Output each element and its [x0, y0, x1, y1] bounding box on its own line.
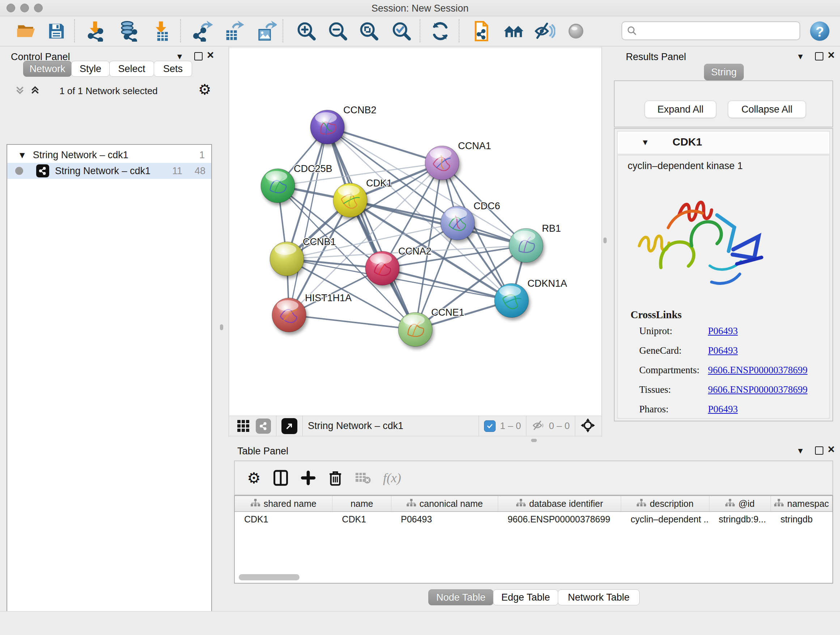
table-row[interactable]: CDK1CDK1P064939606.ENSP00000378699cyclin…	[235, 512, 832, 526]
network-row[interactable]: String Network – cdk1 11 48	[7, 163, 211, 179]
right-splitter[interactable]	[602, 47, 602, 437]
network-node-HIST1H1A[interactable]	[272, 298, 306, 332]
network-node-CCNE1[interactable]	[398, 312, 432, 347]
column-header-canonical-name[interactable]: canonical name	[392, 496, 498, 511]
search-input[interactable]	[641, 25, 799, 37]
close-panel-icon[interactable]: ×	[828, 51, 835, 59]
edge-count: 48	[195, 165, 205, 177]
hidden-count: 0 – 0	[549, 420, 570, 432]
network-node-CCNB1[interactable]	[270, 242, 304, 276]
column-header-description[interactable]: description	[621, 496, 709, 511]
export-image-button[interactable]	[256, 20, 277, 42]
function-builder-button: f(x)	[383, 470, 401, 486]
crosslinks-title: CrossLinks	[630, 309, 682, 321]
collapse-panel-icon[interactable]: ▼	[798, 53, 803, 60]
detach-view-icon[interactable]	[281, 418, 297, 434]
crosslink-value-link[interactable]: P06493	[708, 345, 738, 356]
crosslink-value-link[interactable]: 9606.ENSP00000378699	[708, 364, 807, 376]
tab-edge-table[interactable]: Edge Table	[493, 589, 558, 605]
column-header-name[interactable]: name	[332, 496, 392, 511]
tab-network[interactable]: Network	[23, 61, 72, 77]
hidden-nodes-icon[interactable]	[531, 420, 545, 432]
birds-eye-view-icon[interactable]	[580, 418, 595, 434]
network-status-dot-icon	[15, 167, 23, 175]
collapse-all-button[interactable]: Collapse All	[728, 101, 806, 118]
column-header--id[interactable]: @id	[709, 496, 771, 511]
network-options-gear-icon[interactable]: ⚙	[198, 81, 211, 98]
string-home-button[interactable]	[503, 20, 524, 42]
crosslink-value-link[interactable]: P06493	[708, 404, 738, 415]
close-panel-icon[interactable]: ×	[828, 446, 835, 453]
show-columns-icon[interactable]	[273, 470, 288, 486]
float-panel-icon[interactable]	[815, 447, 823, 455]
crosslink-value-link[interactable]: P06493	[708, 325, 738, 337]
horizontal-splitter-handle[interactable]	[531, 439, 537, 442]
show-results-button[interactable]	[565, 20, 587, 42]
tab-style[interactable]: Style	[71, 61, 110, 77]
network-canvas[interactable]: CCNB2CCNA1CDC25BCDK1CDC6RB1CCNB1CCNA2CDK…	[229, 48, 601, 416]
import-table-button[interactable]	[150, 20, 172, 42]
crosslink-label: Tissues:	[639, 384, 708, 395]
tab-sets[interactable]: Sets	[154, 61, 192, 77]
tab-network-table[interactable]: Network Table	[558, 589, 639, 605]
table-options-gear-icon[interactable]: ⚙	[247, 469, 261, 487]
column-header-shared-name[interactable]: shared name	[235, 496, 332, 511]
network-selected-status: 1 of 1 Network selected	[0, 86, 217, 97]
tab-string[interactable]: String	[704, 64, 744, 80]
zoom-out-button[interactable]	[327, 20, 349, 42]
collapse-panel-icon[interactable]: ▼	[177, 53, 182, 60]
import-network-database-button[interactable]	[117, 20, 139, 42]
selected-nodes-checkbox[interactable]	[484, 420, 496, 432]
network-view[interactable]: CCNB2CCNA1CDC25BCDK1CDC6RB1CCNB1CCNA2CDK…	[229, 48, 601, 416]
collapse-panel-icon[interactable]: ▼	[798, 447, 803, 454]
results-gene-box: ▼ CDK1 cyclin–dependent kinase 1	[614, 128, 833, 421]
export-network-button[interactable]	[193, 20, 214, 42]
export-table-button[interactable]	[224, 20, 245, 42]
column-header-label: namespac	[787, 499, 829, 509]
import-network-file-button[interactable]	[85, 20, 106, 42]
node-table[interactable]: shared namenamecanonical namedatabase id…	[234, 495, 833, 584]
network-node-RB1[interactable]	[509, 228, 543, 263]
help-button[interactable]: ?	[809, 20, 831, 42]
network-node-CCNA2[interactable]	[365, 251, 399, 285]
network-edge-hist1h1a-ccne1[interactable]	[289, 315, 415, 329]
network-node-CCNB2[interactable]	[310, 110, 344, 144]
network-node-CCNA1[interactable]	[425, 146, 459, 180]
zoom-fit-button[interactable]	[358, 20, 380, 42]
grid-view-icon[interactable]	[237, 420, 249, 432]
string-view-icon[interactable]	[256, 418, 271, 434]
expand-all-button[interactable]: Expand All	[645, 101, 716, 118]
tab-select[interactable]: Select	[109, 61, 154, 77]
tree-expand-icon[interactable]: ▼	[19, 151, 25, 159]
gene-collapse-icon[interactable]: ▼	[643, 139, 647, 146]
network-collection-row[interactable]: ▼ String Network – cdk1 1	[7, 147, 211, 163]
delete-column-icon[interactable]	[328, 470, 343, 486]
table-horizontal-scrollbar[interactable]	[239, 574, 300, 580]
zoom-selected-button[interactable]	[391, 20, 412, 42]
float-panel-icon[interactable]	[194, 52, 202, 60]
network-node-CDC6[interactable]	[441, 206, 475, 240]
crosslink-row: GeneCard:P06493	[639, 345, 824, 356]
clone-network-button[interactable]	[471, 20, 493, 42]
gene-section-header[interactable]: ▼ CDK1	[617, 131, 830, 154]
save-session-button[interactable]	[46, 20, 67, 42]
zoom-in-button[interactable]	[295, 20, 317, 42]
add-column-icon[interactable]	[301, 470, 316, 486]
close-panel-icon[interactable]: ×	[207, 51, 214, 59]
left-splitter[interactable]	[229, 47, 229, 437]
tab-node-table[interactable]: Node Table	[428, 589, 493, 605]
network-node-CDC25B[interactable]	[261, 169, 295, 203]
column-header-namespac[interactable]: namespac	[771, 496, 832, 511]
open-session-button[interactable]	[16, 20, 37, 42]
hide-results-button[interactable]	[534, 20, 556, 42]
network-node-CDK1[interactable]	[333, 183, 367, 217]
toolbar-search[interactable]	[622, 21, 800, 40]
crosslink-value-link[interactable]: 9606.ENSP00000378699	[708, 384, 807, 395]
column-header-label: shared name	[264, 499, 317, 509]
float-panel-icon[interactable]	[815, 52, 823, 60]
column-header-database-identifier[interactable]: database identifier	[498, 496, 621, 511]
apply-layout-button[interactable]	[429, 20, 451, 42]
network-edge-ccnb2-ccna1[interactable]	[327, 127, 442, 163]
left-splitter-handle[interactable]	[220, 325, 223, 330]
network-node-CDKN1A[interactable]	[494, 283, 529, 318]
